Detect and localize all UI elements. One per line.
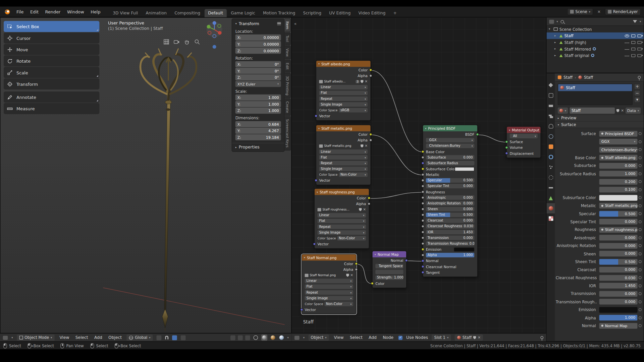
scene-selector[interactable]: Scene ▾ [567, 8, 593, 15]
tab-material[interactable] [547, 203, 555, 214]
sidebar-toggle-icon[interactable]: « [294, 21, 297, 26]
source-dropdown[interactable]: Single Image [319, 167, 367, 171]
vector-input-socket[interactable] [315, 115, 318, 118]
orientation-dropdown[interactable]: Global ▾ [127, 335, 153, 341]
add-menu[interactable]: Add [367, 335, 378, 341]
property-field[interactable] [599, 307, 638, 313]
decorator-dot[interactable] [637, 156, 642, 159]
node-row[interactable]: Tangent Space [373, 263, 406, 269]
scale-field[interactable]: Y:1.000 [235, 101, 281, 107]
property-field[interactable]: GGX [599, 139, 638, 144]
dimension-field[interactable]: Z:19.184 [235, 134, 281, 140]
use-nodes-checkbox[interactable]: ✓ [398, 336, 402, 340]
decorator-dot[interactable] [637, 148, 642, 151]
menu-item[interactable]: Window [64, 8, 87, 15]
property-field[interactable]: Principled BSDF [599, 131, 638, 136]
node-row[interactable]: Color Color [373, 281, 406, 286]
input-socket[interactable] [505, 152, 508, 155]
shader-node-editor[interactable]: « Staff ▾ Staff albedo.png Color Alpha [291, 17, 546, 333]
node-row[interactable]: Specular Specular0.500 [423, 178, 477, 183]
extension-dropdown[interactable]: Repeat [305, 290, 353, 295]
image-selector[interactable]: Staff albedo... 3 × [316, 79, 371, 84]
tab-output[interactable] [547, 101, 555, 111]
input-socket[interactable] [421, 162, 424, 165]
tool-measure[interactable]: Measure [4, 103, 99, 114]
expand-icon[interactable]: ▾ [549, 27, 552, 31]
colorspace-dropdown[interactable]: Non-Color [324, 302, 353, 306]
location-field[interactable]: Z:0.00000 [235, 48, 281, 54]
grid-icon[interactable] [163, 39, 170, 45]
panel-menu-icon[interactable] [277, 22, 281, 25]
expand-icon[interactable]: ▸ [554, 41, 558, 44]
material-output-node[interactable]: ▾ Material Output All Surface [506, 126, 541, 158]
editor-type-icon[interactable] [294, 336, 300, 340]
workspace-tab[interactable]: Compositing [171, 9, 204, 17]
node-row[interactable]: IOR IOR1.450 [423, 229, 477, 235]
expand-icon[interactable]: ▸ [554, 34, 558, 38]
add-slot-button[interactable]: + [634, 84, 640, 89]
sidebar-tab[interactable]: Item [285, 18, 291, 32]
projection-dropdown[interactable]: Flat [305, 285, 353, 289]
expand-icon[interactable]: ▸ [554, 54, 558, 57]
interpolation-dropdown[interactable]: Linear [319, 149, 367, 154]
interpolation-dropdown[interactable]: Linear [305, 279, 353, 283]
input-socket[interactable] [421, 179, 424, 182]
tool-annotate[interactable]: Annotate [4, 92, 99, 103]
input-socket[interactable] [421, 190, 424, 193]
tool-cursor[interactable]: Cursor [4, 33, 99, 44]
eye-closed-icon[interactable] [625, 43, 629, 43]
viewport-3d[interactable]: User Perspective (1) Scene Collection | … [0, 17, 291, 333]
node-row[interactable]: Displacement Displacement [507, 150, 540, 156]
eye-closed-icon[interactable] [625, 49, 629, 50]
node-header[interactable]: ▾ Staff roughness.png [315, 189, 369, 195]
pin-icon[interactable] [540, 336, 543, 339]
snap-target-dropdown[interactable] [172, 335, 177, 340]
node-row[interactable]: Normal Normal [423, 258, 477, 263]
input-socket[interactable] [421, 271, 424, 274]
workspace-tab[interactable]: UV Editing [325, 9, 354, 17]
property-field[interactable]: 0.100 [599, 187, 638, 192]
extension-dropdown[interactable]: Repeat [319, 97, 367, 101]
node-row[interactable]: Tangent Tangent [423, 269, 477, 275]
input-socket[interactable] [421, 150, 424, 153]
workspace-tab[interactable]: Video Editing [355, 9, 389, 17]
menu-item[interactable]: Edit [28, 8, 42, 15]
property-field[interactable]: 0.000 [599, 163, 638, 169]
menu-item[interactable]: File [13, 8, 26, 15]
snap-magnet-icon[interactable] [165, 336, 169, 340]
input-socket[interactable] [421, 196, 424, 199]
input-socket[interactable] [421, 236, 424, 239]
decorator-dot[interactable] [637, 308, 642, 311]
decorator-dot[interactable] [637, 268, 642, 272]
tab-render[interactable] [547, 90, 555, 101]
tool-transform[interactable]: Transform [4, 78, 99, 89]
image-selector[interactable]: Staff metallic.png × [316, 143, 371, 148]
colorspace-dropdown[interactable]: Non-Color [339, 172, 368, 177]
decorator-dot[interactable] [637, 324, 642, 327]
colorspace-dropdown[interactable]: Non-Color [337, 236, 366, 240]
sidebar-tab[interactable]: View [285, 46, 291, 60]
decorator-dot[interactable] [637, 204, 642, 207]
color-output-socket[interactable] [369, 133, 372, 136]
view-layer-selector[interactable]: RenderLayer [605, 8, 641, 15]
sidebar-tab[interactable]: Screencast Keys [285, 116, 291, 150]
monitor-icon[interactable] [631, 54, 635, 57]
color-output-socket[interactable] [369, 68, 372, 71]
projection-dropdown[interactable]: Flat [319, 91, 367, 95]
input-socket[interactable] [421, 168, 424, 171]
output-socket[interactable] [405, 259, 408, 262]
browse-material-button[interactable]: ▾ [558, 108, 568, 114]
image-selector[interactable]: Staff Normal.png × [302, 273, 356, 278]
principled-bsdf-node[interactable]: ▾ Principled BSDF BSDF BSDF [423, 125, 478, 277]
tab-texture[interactable] [547, 214, 555, 224]
workspace-tab[interactable]: Animation [142, 9, 170, 17]
add-menu[interactable]: Add [93, 335, 103, 341]
input-socket[interactable] [421, 219, 424, 222]
tab-modifiers[interactable] [547, 152, 555, 162]
normal-map-node[interactable]: ▾ Normal Map Normal Normal [372, 251, 407, 288]
properties-editor[interactable]: Staff › Staff Staff + − ▾ [546, 73, 644, 342]
decorator-dot[interactable] [637, 284, 642, 287]
gizmo-toggle[interactable] [231, 335, 236, 340]
decorator-dot[interactable] [637, 292, 642, 295]
decorator-dot[interactable] [637, 228, 642, 231]
